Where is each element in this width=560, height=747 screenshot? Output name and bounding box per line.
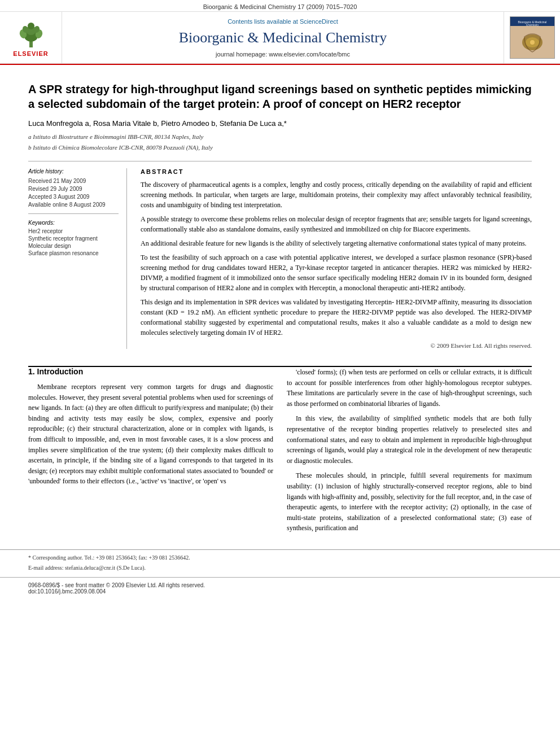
- doi-text: doi:10.1016/j.bmc.2009.08.004: [28, 588, 205, 595]
- abstract-p2: A possible strategy to overcome these pr…: [141, 214, 532, 234]
- abstract-section: ABSTRACT The discovery of pharmaceutical…: [141, 168, 532, 349]
- abstract-p4: To test the feasibility of such approach…: [141, 252, 532, 293]
- affiliation-a: a Istituto di Biostrutture e Bioimmagini…: [28, 132, 532, 142]
- journal-header: Bioorganic & Medicinal Chemistry 17 (200…: [0, 0, 560, 65]
- accepted-date: Accepted 3 August 2009: [28, 194, 119, 200]
- journal-citation: Bioorganic & Medicinal Chemistry 17 (200…: [0, 0, 560, 11]
- left-column: 1. Introduction Membrane receptors repre…: [28, 367, 273, 538]
- journal-center: Contents lists available at ScienceDirec…: [62, 12, 504, 63]
- intro-para-right-3: These molecules should, in principle, fu…: [287, 470, 532, 534]
- introduction-heading: 1. Introduction: [28, 367, 273, 376]
- article-title: A SPR strategy for high-throughput ligan…: [28, 82, 532, 111]
- received-date: Received 21 May 2009: [28, 178, 119, 184]
- journal-banner: ELSEVIER Contents lists available at Sci…: [0, 11, 560, 64]
- two-column-body: 1. Introduction Membrane receptors repre…: [0, 367, 560, 549]
- page-footer: 0968-0896/$ - see front matter © 2009 El…: [0, 577, 560, 599]
- affiliation-b: b Istituto di Chimica Biomolecolare ICB-…: [28, 143, 532, 152]
- keywords-title: Keywords:: [28, 220, 119, 226]
- abstract-title: ABSTRACT: [141, 168, 532, 175]
- journal-homepage: journal homepage: www.elsevier.com/locat…: [216, 51, 350, 58]
- page: Bioorganic & Medicinal Chemistry 17 (200…: [0, 0, 560, 747]
- sciencedirect-text: Contents lists available at ScienceDirec…: [228, 18, 338, 25]
- svg-point-14: [530, 40, 535, 45]
- journal-title: Bioorganic & Medicinal Chemistry: [179, 29, 387, 46]
- keyword-2: Synthetic receptor fragment: [28, 235, 119, 242]
- intro-para-left-1: Membrane receptors represent very common…: [28, 382, 273, 487]
- keyword-3: Molecular design: [28, 243, 119, 249]
- article-info: Article history: Received 21 May 2009 Re…: [28, 168, 127, 349]
- article-body: Article history: Received 21 May 2009 Re…: [28, 161, 532, 349]
- elsevier-wordmark: ELSEVIER: [13, 50, 48, 57]
- citation-text: Bioorganic & Medicinal Chemistry 17 (200…: [203, 3, 357, 10]
- footnote-corresponding: * Corresponding author. Tel.: +39 081 25…: [28, 553, 532, 562]
- elsevier-tree-icon: [14, 18, 48, 49]
- journal-cover-image: Bioorganic & Medicinal Chemistry: [510, 16, 555, 59]
- journal-cover-section: Bioorganic & Medicinal Chemistry: [504, 12, 560, 63]
- revised-date: Revised 29 July 2009: [28, 186, 119, 192]
- svg-point-3: [28, 23, 34, 29]
- main-content: A SPR strategy for high-throughput ligan…: [0, 65, 560, 360]
- footnotes: * Corresponding author. Tel.: +39 081 25…: [0, 549, 560, 577]
- footnote-email: E-mail address: stefania.deluca@cnr.it (…: [28, 563, 532, 572]
- right-column: 'closed' forms); (f) when tests are perf…: [287, 367, 532, 538]
- footer-issn: 0968-0896/$ - see front matter © 2009 El…: [28, 582, 205, 595]
- keyword-4: Surface plasmon resonance: [28, 250, 119, 256]
- available-date: Available online 8 August 2009: [28, 202, 119, 208]
- elsevier-logo: ELSEVIER: [13, 18, 48, 57]
- intro-para-right-2: In this view, the availability of simpli…: [287, 413, 532, 466]
- cover-svg: Bioorganic & Medicinal Chemistry: [510, 17, 554, 58]
- affiliations: a Istituto di Biostrutture e Bioimmagini…: [28, 132, 532, 152]
- intro-body-left: Membrane receptors represent very common…: [28, 382, 273, 487]
- abstract-p3: An additional desirable feature for new …: [141, 238, 532, 248]
- intro-body-right: 'closed' forms); (f) when tests are perf…: [287, 367, 532, 534]
- abstract-text: The discovery of pharmaceutical agents i…: [141, 180, 532, 338]
- intro-para-right-1: 'closed' forms); (f) when tests are perf…: [287, 367, 532, 409]
- abstract-p1: The discovery of pharmaceutical agents i…: [141, 180, 532, 210]
- elsevier-logo-section: ELSEVIER: [0, 12, 62, 63]
- copyright-text: © 2009 Elsevier Ltd. All rights reserved…: [141, 342, 532, 349]
- authors: Luca Monfregola a, Rosa Maria Vitale b, …: [28, 119, 532, 128]
- sciencedirect-link[interactable]: ScienceDirect: [300, 18, 338, 25]
- issn-text: 0968-0896/$ - see front matter © 2009 El…: [28, 582, 205, 588]
- keyword-1: Her2 receptor: [28, 228, 119, 234]
- article-history-title: Article history:: [28, 168, 119, 174]
- svg-text:Chemistry: Chemistry: [526, 23, 539, 27]
- info-divider-1: [28, 213, 119, 214]
- abstract-p5: This design and its implementation in SP…: [141, 297, 532, 338]
